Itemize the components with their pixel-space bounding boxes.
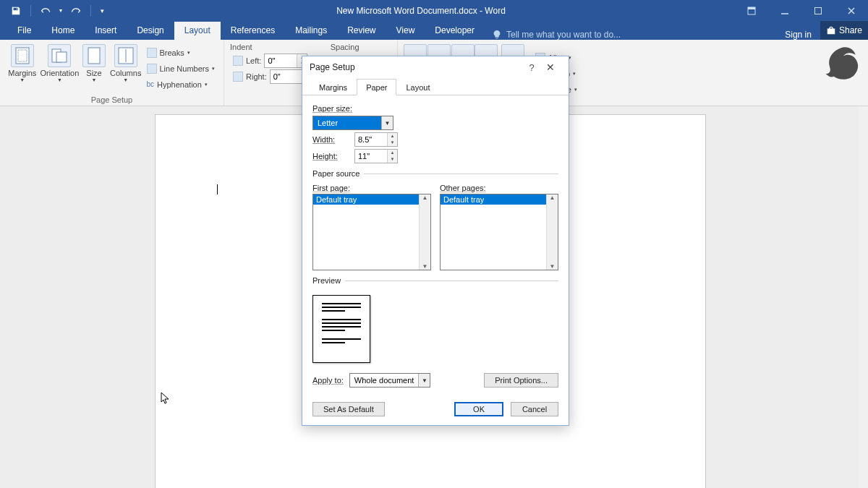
preview-label: Preview <box>312 276 345 285</box>
text-caret <box>217 184 218 194</box>
other-pages-selected-item[interactable]: Default tray <box>441 194 558 205</box>
listbox-scrollbar[interactable]: ▲▼ <box>546 194 558 270</box>
indent-left-icon <box>233 56 243 66</box>
dragon-watermark-icon <box>820 41 864 85</box>
first-page-listbox[interactable]: Default tray ▲▼ <box>312 194 431 270</box>
hyphenation-icon: bc <box>147 80 155 88</box>
height-input[interactable]: ▲▼ <box>354 149 398 163</box>
window-title: New Microsoft Word Document.docx - Word <box>107 6 735 16</box>
share-label: Share <box>839 25 862 35</box>
paper-size-label: Paper size: <box>312 104 558 113</box>
breaks-button[interactable]: Breaks ▾ <box>144 45 218 61</box>
dialog-help-icon[interactable]: ? <box>524 62 540 73</box>
apply-to-value: Whole document <box>350 374 419 387</box>
tab-developer[interactable]: Developer <box>425 22 485 40</box>
paper-source-label: Paper source <box>312 169 364 178</box>
tab-view[interactable]: View <box>386 22 425 40</box>
tab-layout[interactable]: Layout <box>174 22 221 40</box>
dialog-close-icon[interactable]: ✕ <box>540 61 561 73</box>
ribbon-group-page-setup: Margins▼ Orientation▼ Size▼ Columns▼ Bre… <box>0 40 224 106</box>
undo-icon[interactable] <box>37 3 54 19</box>
chevron-down-icon: ▼ <box>418 374 430 387</box>
title-bar: ▾ ▾ New Microsoft Word Document.docx - W… <box>0 0 868 21</box>
svg-rect-3 <box>815 7 822 14</box>
apply-to-label: Apply to: <box>312 376 344 385</box>
tab-insert[interactable]: Insert <box>85 22 127 40</box>
tab-design[interactable]: Design <box>127 22 174 40</box>
size-label: Size <box>86 69 101 77</box>
hyphenation-button[interactable]: bcHyphenation ▾ <box>144 77 218 93</box>
maximize-icon[interactable] <box>801 0 835 21</box>
print-options-button[interactable]: Print Options... <box>484 373 558 388</box>
paper-size-combo[interactable]: Letter ▼ <box>312 116 393 130</box>
first-page-label: First page: <box>312 184 431 192</box>
tab-home[interactable]: Home <box>41 22 85 40</box>
width-label: Width: <box>312 135 349 144</box>
dialog-footer: Set As Default OK Cancel <box>302 395 569 425</box>
dialog-tab-margins[interactable]: Margins <box>310 79 357 95</box>
dialog-tabs: Margins Paper Layout <box>302 78 569 95</box>
dialog-title: Page Setup <box>310 62 524 72</box>
chevron-down-icon: ▼ <box>381 116 393 129</box>
sign-in-link[interactable]: Sign in <box>776 30 820 40</box>
page-setup-dialog: Page Setup ? ✕ Margins Paper Layout Pape… <box>302 56 569 426</box>
dialog-titlebar[interactable]: Page Setup ? ✕ <box>302 56 569 78</box>
save-icon[interactable] <box>7 3 25 19</box>
indent-left-label: Left: <box>246 56 261 65</box>
size-button[interactable]: Size▼ <box>80 43 108 94</box>
other-pages-listbox[interactable]: Default tray ▲▼ <box>440 194 558 270</box>
line-numbers-label: Line Numbers <box>160 64 209 73</box>
orientation-label: Orientation <box>41 69 80 77</box>
cancel-button[interactable]: Cancel <box>511 402 558 416</box>
width-input[interactable]: ▲▼ <box>354 132 398 147</box>
listbox-scrollbar[interactable]: ▲▼ <box>419 194 430 270</box>
tab-review[interactable]: Review <box>337 22 386 40</box>
mouse-cursor-icon <box>161 392 171 408</box>
tell-me-placeholder: Tell me what you want to do... <box>506 30 621 40</box>
vertical-scrollbar[interactable] <box>858 106 868 488</box>
svg-rect-7 <box>56 52 67 62</box>
ribbon-display-options-icon[interactable] <box>735 0 768 21</box>
redo-icon[interactable] <box>67 3 85 19</box>
undo-dropdown-icon[interactable]: ▾ <box>57 3 64 19</box>
breaks-label: Breaks <box>160 48 184 57</box>
first-page-selected-item[interactable]: Default tray <box>313 194 430 205</box>
margins-button[interactable]: Margins▼ <box>6 43 39 94</box>
page-setup-group-label: Page Setup <box>6 94 218 104</box>
indent-right-icon <box>233 72 243 82</box>
share-button[interactable]: Share <box>820 21 868 40</box>
minimize-icon[interactable] <box>768 0 801 21</box>
dialog-tab-layout[interactable]: Layout <box>396 79 439 95</box>
margins-label: Margins <box>8 69 36 77</box>
tab-mailings[interactable]: Mailings <box>285 22 337 40</box>
columns-label: Columns <box>110 69 141 77</box>
paper-size-value: Letter <box>313 116 381 129</box>
set-as-default-button[interactable]: Set As Default <box>312 402 385 416</box>
window-buttons <box>735 0 868 21</box>
columns-button[interactable]: Columns▼ <box>108 43 144 94</box>
quick-access-toolbar: ▾ ▾ <box>0 3 107 19</box>
breaks-icon <box>147 48 157 58</box>
qat-customize-icon[interactable]: ▾ <box>97 3 107 19</box>
ribbon-tabs: File Home Insert Design Layout Reference… <box>0 21 868 40</box>
svg-rect-1 <box>748 7 755 9</box>
spacing-header: Spacing <box>331 43 359 53</box>
height-label: Height: <box>312 152 349 160</box>
tell-me-search[interactable]: Tell me what you want to do... <box>492 30 621 40</box>
indent-header: Indent <box>230 43 316 53</box>
tab-references[interactable]: References <box>221 22 285 40</box>
dialog-body: Paper size: Letter ▼ Width: ▲▼ Height: ▲… <box>302 95 569 395</box>
size-icon <box>82 44 106 67</box>
svg-rect-8 <box>88 48 100 64</box>
lightbulb-icon <box>492 30 502 40</box>
apply-to-combo[interactable]: Whole document ▼ <box>349 373 431 388</box>
ok-button[interactable]: OK <box>454 402 503 416</box>
line-numbers-button[interactable]: Line Numbers ▾ <box>144 61 218 77</box>
orientation-button[interactable]: Orientation▼ <box>39 43 81 94</box>
tab-file[interactable]: File <box>7 22 41 40</box>
close-icon[interactable] <box>835 0 868 21</box>
dialog-tab-paper[interactable]: Paper <box>357 79 396 95</box>
hyphenation-label: Hyphenation <box>157 80 202 89</box>
preview-fieldset: Preview <box>312 276 558 369</box>
orientation-icon <box>48 44 71 67</box>
